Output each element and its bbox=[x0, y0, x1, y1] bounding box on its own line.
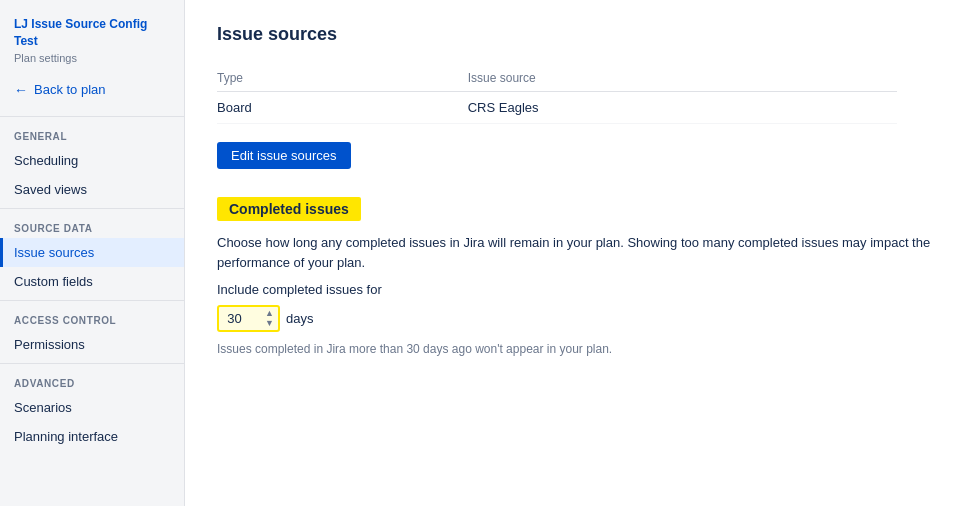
include-label: Include completed issues for bbox=[217, 282, 938, 297]
app-title: LJ Issue Source Config Test bbox=[14, 16, 170, 50]
spinner-up-icon[interactable]: ▲ bbox=[265, 309, 274, 318]
days-unit-label: days bbox=[286, 311, 313, 326]
issue-sources-table: Type Issue source Board CRS Eagles bbox=[217, 65, 897, 124]
back-arrow-icon: ← bbox=[14, 82, 28, 98]
sidebar-item-saved-views[interactable]: Saved views bbox=[0, 175, 184, 204]
days-input-row: ▲ ▼ days bbox=[217, 305, 938, 332]
table-cell-type: Board bbox=[217, 92, 468, 124]
sidebar-divider-4 bbox=[0, 363, 184, 364]
days-input-wrapper: ▲ ▼ bbox=[217, 305, 280, 332]
main-content: Issue sources Type Issue source Board CR… bbox=[185, 0, 970, 506]
sidebar-item-scenarios[interactable]: Scenarios bbox=[0, 393, 184, 422]
sidebar-divider-3 bbox=[0, 300, 184, 301]
page-title: Issue sources bbox=[217, 24, 938, 45]
table-cell-source: CRS Eagles bbox=[468, 92, 897, 124]
table-header-type: Type bbox=[217, 65, 468, 92]
sidebar: LJ Issue Source Config Test Plan setting… bbox=[0, 0, 185, 506]
back-label: Back to plan bbox=[34, 82, 106, 97]
sidebar-header: LJ Issue Source Config Test Plan setting… bbox=[0, 16, 184, 76]
sidebar-item-scheduling[interactable]: Scheduling bbox=[0, 146, 184, 175]
section-label-source-data: Source Data bbox=[0, 213, 184, 238]
completed-issues-description: Choose how long any completed issues in … bbox=[217, 233, 937, 272]
section-label-access-control: Access Control bbox=[0, 305, 184, 330]
sidebar-divider-1 bbox=[0, 116, 184, 117]
section-label-advanced: Advanced bbox=[0, 368, 184, 393]
sidebar-item-custom-fields[interactable]: Custom fields bbox=[0, 267, 184, 296]
sidebar-divider-2 bbox=[0, 208, 184, 209]
completed-issues-heading: Completed issues bbox=[217, 197, 361, 221]
days-spinner: ▲ ▼ bbox=[265, 309, 274, 328]
section-label-general: General bbox=[0, 121, 184, 146]
sidebar-item-permissions[interactable]: Permissions bbox=[0, 330, 184, 359]
table-row: Board CRS Eagles bbox=[217, 92, 897, 124]
spinner-down-icon[interactable]: ▼ bbox=[265, 319, 274, 328]
sidebar-item-issue-sources[interactable]: Issue sources bbox=[0, 238, 184, 267]
days-input[interactable] bbox=[223, 307, 261, 330]
completed-issues-section: Completed issues Choose how long any com… bbox=[217, 197, 938, 356]
table-header-source: Issue source bbox=[468, 65, 897, 92]
back-to-plan-link[interactable]: ← Back to plan bbox=[0, 76, 184, 112]
sidebar-item-planning-interface[interactable]: Planning interface bbox=[0, 422, 184, 451]
edit-issue-sources-button[interactable]: Edit issue sources bbox=[217, 142, 351, 169]
plan-subtitle: Plan settings bbox=[14, 52, 170, 64]
completed-issues-hint: Issues completed in Jira more than 30 da… bbox=[217, 342, 938, 356]
